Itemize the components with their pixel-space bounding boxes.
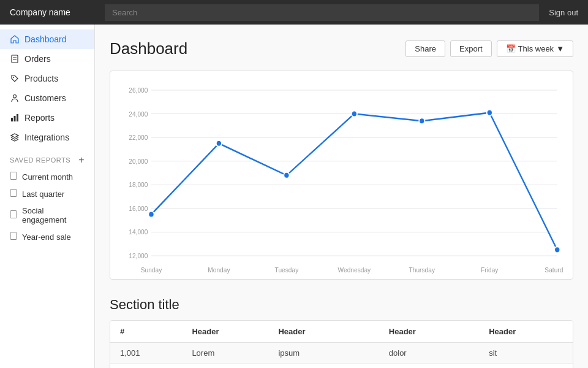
table-cell: dolor — [379, 343, 479, 364]
sidebar-item-orders[interactable]: Orders — [0, 49, 94, 69]
svg-text:Wednesday: Wednesday — [338, 266, 371, 274]
saved-report-last-quarter[interactable]: Last quarter — [0, 185, 94, 202]
table-container: #HeaderHeaderHeaderHeader 1,001Loremipsu… — [110, 320, 573, 368]
svg-point-39 — [419, 118, 424, 124]
sidebar-item-label-products: Products — [24, 74, 58, 83]
export-button[interactable]: Export — [450, 40, 492, 57]
svg-point-35 — [148, 212, 154, 218]
document-icon — [10, 232, 17, 242]
person-icon — [10, 93, 20, 103]
table-cell: consectetur — [268, 364, 379, 369]
sidebar-item-label-customers: Customers — [24, 93, 66, 103]
data-table: #HeaderHeaderHeaderHeader 1,001Loremipsu… — [110, 321, 573, 368]
table-row: 1,001Loremipsumdolorsit — [110, 343, 573, 364]
saved-report-current-month[interactable]: Current month — [0, 168, 94, 185]
svg-text:26,000: 26,000 — [129, 86, 148, 94]
svg-rect-6 — [14, 116, 16, 121]
saved-report-year-end-sale[interactable]: Year-end sale — [0, 228, 94, 245]
sidebar-item-label-dashboard: Dashboard — [24, 34, 67, 44]
table-cell: sit — [479, 343, 573, 364]
topbar: Company name Sign out — [0, 0, 588, 25]
chevron-down-icon: ▼ — [556, 44, 564, 53]
sidebar-item-reports[interactable]: Reports — [0, 108, 94, 128]
layout: DashboardOrdersProductsCustomersReportsI… — [0, 25, 588, 368]
bar-chart-icon — [10, 113, 20, 123]
home-icon — [10, 34, 20, 44]
svg-text:Friday: Friday — [481, 266, 499, 274]
this-week-label: This week — [518, 44, 554, 53]
svg-rect-7 — [17, 114, 18, 121]
svg-rect-0 — [12, 55, 18, 63]
svg-point-3 — [13, 77, 14, 78]
svg-point-38 — [352, 111, 357, 117]
share-button[interactable]: Share — [405, 40, 445, 57]
page-header: Dashboard Share Export 📅 This week ▼ — [110, 39, 573, 58]
document-icon — [10, 172, 17, 182]
company-name: Company name — [10, 7, 105, 17]
sidebar-item-label-integrations: Integrations — [24, 132, 69, 142]
saved-report-label-last-quarter: Last quarter — [22, 190, 64, 199]
table-row: 1,002ametconsecteturadipiscingelit — [110, 364, 573, 369]
table-column-header: # — [110, 321, 182, 343]
svg-text:18,000: 18,000 — [129, 181, 148, 188]
svg-text:Thursday: Thursday — [409, 266, 435, 274]
saved-report-label-year-end-sale: Year-end sale — [22, 232, 71, 242]
table-cell: amet — [182, 364, 268, 369]
this-week-button[interactable]: 📅 This week ▼ — [497, 40, 573, 57]
tag-icon — [10, 74, 20, 83]
section-title: Section title — [110, 297, 573, 313]
table-cell: adipiscing — [379, 364, 479, 369]
page-title: Dashboard — [110, 39, 187, 58]
saved-reports-section: SAVED REPORTS + — [0, 147, 94, 168]
svg-text:Saturday: Saturday — [545, 266, 563, 274]
svg-point-37 — [284, 172, 289, 178]
svg-text:14,000: 14,000 — [129, 228, 148, 236]
table-column-header: Header — [479, 321, 573, 343]
line-chart: 26,00024,00022,00020,00018,00016,00014,0… — [120, 81, 563, 277]
svg-text:16,000: 16,000 — [129, 204, 148, 212]
saved-reports-label: SAVED REPORTS — [10, 156, 70, 164]
sidebar: DashboardOrdersProductsCustomersReportsI… — [0, 25, 95, 368]
svg-text:24,000: 24,000 — [129, 110, 148, 117]
svg-point-36 — [216, 140, 222, 147]
sidebar-item-label-orders: Orders — [24, 54, 51, 64]
main-content: Dashboard Share Export 📅 This week ▼ 26,… — [95, 25, 588, 368]
sidebar-item-label-reports: Reports — [24, 113, 55, 123]
svg-text:20,000: 20,000 — [129, 157, 148, 164]
svg-rect-8 — [10, 172, 17, 180]
table-cell: ipsum — [268, 343, 379, 364]
saved-report-label-social-engagement: Social engagement — [22, 206, 85, 224]
svg-rect-10 — [10, 211, 17, 218]
layers-icon — [10, 132, 20, 142]
saved-report-label-current-month: Current month — [22, 172, 73, 182]
sidebar-item-customers[interactable]: Customers — [0, 88, 94, 108]
signout-button[interactable]: Sign out — [549, 8, 578, 17]
svg-rect-11 — [10, 232, 17, 240]
table-cell: Lorem — [182, 343, 268, 364]
document-icon — [10, 54, 20, 64]
svg-point-40 — [487, 110, 492, 116]
svg-point-41 — [554, 247, 560, 253]
svg-text:12,000: 12,000 — [129, 252, 148, 259]
svg-text:Monday: Monday — [208, 266, 230, 274]
header-actions: Share Export 📅 This week ▼ — [405, 40, 573, 57]
table-cell: 1,001 — [110, 343, 182, 364]
svg-point-4 — [13, 95, 17, 98]
svg-rect-5 — [11, 118, 13, 121]
document-icon — [10, 210, 17, 220]
table-cell: elit — [479, 364, 573, 369]
sidebar-item-integrations[interactable]: Integrations — [0, 128, 94, 147]
table-column-header: Header — [379, 321, 479, 343]
svg-text:22,000: 22,000 — [129, 134, 148, 141]
sidebar-item-products[interactable]: Products — [0, 69, 94, 88]
add-report-icon[interactable]: + — [78, 155, 85, 166]
table-cell: 1,002 — [110, 364, 182, 369]
calendar-icon: 📅 — [506, 44, 516, 53]
saved-report-social-engagement[interactable]: Social engagement — [0, 202, 94, 228]
svg-text:Tuesday: Tuesday — [275, 266, 299, 274]
search-input[interactable] — [105, 4, 539, 21]
svg-text:Sunday: Sunday — [141, 266, 162, 274]
svg-rect-9 — [10, 190, 17, 197]
sidebar-item-dashboard[interactable]: Dashboard — [0, 29, 94, 49]
chart-container: 26,00024,00022,00020,00018,00016,00014,0… — [110, 71, 573, 280]
